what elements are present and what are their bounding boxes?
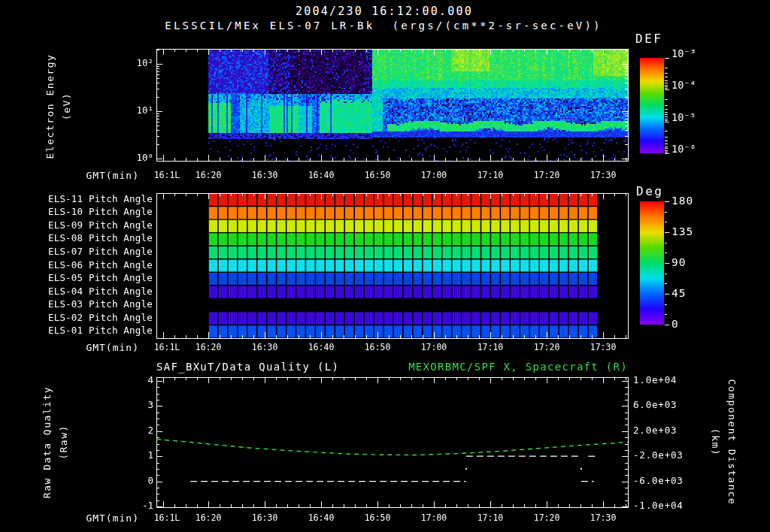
x-tick-label: 17:30 [558,170,648,180]
pitch-row-label: ELS-06 Pitch Angle [47,260,153,271]
tick-labels-layer: 16:1L16:1L16:1L16:2016:2016:2016:3016:30… [0,0,770,532]
pitch-row-label: ELS-03 Pitch Angle [47,299,153,310]
quality-tick-label: 0 [48,476,153,486]
energy-tick-label: 10⁰ [48,153,153,163]
pitch-row-label: ELS-02 Pitch Angle [47,313,153,323]
pitch-row-label: ELS-09 Pitch Angle [47,220,153,231]
distance-tick-label: 1.0e+04 [633,375,738,385]
deg-tick-label: 45 [671,288,770,298]
deg-tick-label: 0 [671,319,770,329]
distance-tick-label: -2.0e+03 [633,450,738,461]
mex-els-summary-plot: 2004/230 16:12:00.000 ELSSCIL/MEx ELS-07… [0,0,770,532]
distance-tick-label: -6.0e+03 [633,476,738,486]
pitch-row-label: ELS-10 Pitch Angle [47,207,153,217]
distance-tick-label: -1.0e+04 [633,500,738,511]
quality-tick-label: 1 [48,450,153,461]
def-tick-label: 10⁻³ [671,48,770,59]
quality-tick-label: -1 [48,500,153,511]
distance-tick-label: 6.0e+03 [633,400,738,410]
energy-tick-label: 10¹ [48,105,153,116]
pitch-row-label: ELS-01 Pitch Angle [47,325,153,336]
deg-tick-label: 135 [671,226,770,237]
pitch-row-label: ELS-04 Pitch Angle [47,286,153,297]
pitch-row-label: ELS-05 Pitch Angle [47,273,153,283]
x-tick-label: 17:30 [558,512,648,523]
quality-tick-label: 2 [48,425,153,436]
deg-tick-label: 90 [671,257,770,268]
def-tick-label: 10⁻⁴ [671,80,770,90]
quality-tick-label: 4 [48,375,153,385]
def-tick-label: 10⁻⁵ [671,112,770,122]
energy-tick-label: 10² [48,58,153,68]
pitch-row-label: ELS-11 Pitch Angle [47,194,153,204]
pitch-row-label: ELS-07 Pitch Angle [47,246,153,257]
x-tick-label: 17:30 [558,342,648,352]
deg-tick-label: 180 [671,195,770,206]
def-tick-label: 10⁻⁶ [671,144,770,154]
pitch-row-label: ELS-08 Pitch Angle [47,233,153,243]
quality-tick-label: 3 [48,400,153,410]
distance-tick-label: 2.0e+03 [633,425,738,436]
